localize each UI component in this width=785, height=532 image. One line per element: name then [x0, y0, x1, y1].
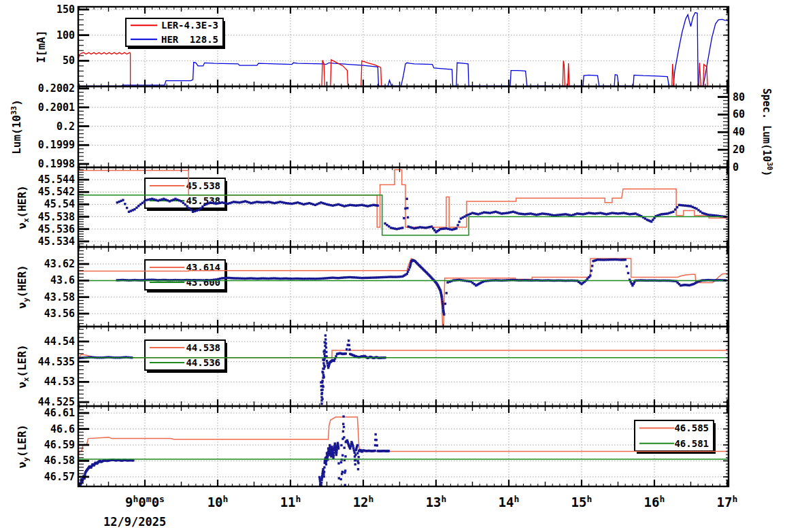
panel-border [78, 86, 729, 167]
xtick-label: 14h [499, 494, 520, 510]
xtick-label: 9h0m0s [125, 494, 165, 510]
right-ytick-label: 80 [733, 91, 745, 103]
ytick-label: 0.1999 [38, 139, 75, 151]
axis-ticks [78, 406, 729, 486]
xtick-label: 11h [280, 494, 301, 510]
ytick-label: 45.538 [38, 211, 75, 223]
ytick-label: 45.536 [38, 223, 75, 235]
xtick-label: 10h [207, 494, 229, 510]
legend-value: 43.614 [186, 262, 220, 273]
yaxis-title-luminosity: Lum(1033) [10, 99, 23, 154]
yaxis-title-nux-ler: νx(LER) [16, 344, 31, 388]
series-ler-current [78, 52, 729, 86]
panel-border [78, 406, 729, 486]
ytick-label: 45.534 [38, 235, 75, 248]
yaxis-title-beam-current: I[mA] [35, 30, 48, 63]
panel-nux-ler: 44.53844.53644.52544.5344.53544.54 [38, 327, 729, 408]
ytick-label: 43.6 [50, 274, 75, 286]
ytick-label: 100 [56, 29, 75, 41]
yaxis-title-nuy-ler: νy(LER) [16, 425, 31, 468]
xtick-label: 13h [426, 494, 447, 510]
ytick-label: 44.535 [38, 356, 75, 368]
ytick-label: 43.62 [44, 258, 75, 270]
ytick-label: 0.2 [56, 120, 75, 133]
ytick-label: 44.53 [44, 376, 75, 388]
legend-label: HER [161, 34, 179, 45]
date-label: 12/9/2025 [103, 515, 166, 529]
right-ytick-label: 0 [733, 161, 739, 173]
x-axis-labels: 9h0m0s10h11h12h13h14h15h16h17h [125, 494, 737, 510]
ytick-label: 46.58 [44, 454, 75, 467]
legend-nuy-her: 43.61443.600 [145, 260, 227, 293]
panel-nuy-ler: 46.58546.58146.5746.5846.5946.646.61 [44, 406, 729, 497]
legend-value: 45.538 [186, 180, 220, 191]
series-nux-her-measured [116, 198, 727, 233]
gridlines [78, 86, 729, 167]
legend-nux-ler: 44.53844.536 [145, 340, 227, 373]
ytick-label: 0.2002 [38, 82, 75, 95]
gridlines [78, 406, 729, 486]
ytick-label: 45.544 [38, 173, 75, 186]
legend-value: 46.581 [674, 438, 709, 449]
accelerator-tune-monitor-figure: 12/9/2025 LER-4.3E-3HER128.550100150I[mA… [0, 0, 785, 532]
legend-value: 128.5 [190, 34, 218, 45]
ytick-label: 150 [56, 3, 75, 16]
ytick-label: 43.58 [44, 291, 75, 303]
xtick-label: 16h [644, 494, 665, 510]
xtick-label: 12h [353, 494, 374, 510]
ytick-label: 46.59 [44, 439, 75, 451]
legend-value: 44.538 [186, 342, 220, 353]
series-nuy-ler-measured [77, 416, 390, 498]
legend-value: 46.585 [674, 422, 709, 433]
right-axis-title: Spec. Lum(1030) [761, 88, 773, 176]
ytick-label: 45.542 [38, 186, 75, 198]
axis-ticks [78, 86, 729, 167]
legend-label: LER [161, 20, 179, 31]
legend-value: 44.536 [186, 357, 220, 368]
xtick-label: 17h [717, 494, 738, 510]
chart-canvas: LER-4.3E-3HER128.550100150I[mA]0.19980.1… [0, 0, 785, 532]
panel-luminosity: 0.19980.19990.20.20010.2002020406080 [38, 82, 745, 173]
legend-nuy-ler: 46.58546.581 [635, 420, 716, 454]
xtick-label: 15h [571, 494, 592, 510]
ytick-label: 0.1998 [38, 158, 75, 170]
ytick-label: 45.54 [44, 198, 75, 210]
series-nux-ler-measured [78, 334, 386, 405]
right-ytick-label: 20 [733, 144, 745, 156]
series-nuy-ler-setpoint [78, 417, 729, 457]
ytick-label: 46.61 [44, 407, 75, 419]
yaxis-title-nux-her: νx(HER) [16, 185, 31, 229]
ytick-label: 46.57 [44, 471, 75, 483]
ytick-label: 43.56 [44, 307, 75, 320]
series-group [77, 416, 729, 498]
panel-nux-her: 45.53845.53845.53445.53645.53845.5445.54… [38, 167, 729, 248]
panel-beam-current: LER-4.3E-3HER128.550100150 [56, 3, 729, 86]
legend-beam-current: LER-4.3E-3HER128.5 [126, 18, 225, 49]
right-ytick-label: 40 [733, 126, 745, 138]
ytick-label: 50 [63, 54, 75, 67]
panel-nuy-her: 43.61443.60043.5643.5843.643.62 [44, 247, 729, 327]
yaxis-title-nuy-her: νy(HER) [16, 265, 31, 308]
ytick-label: 44.54 [44, 335, 75, 348]
legend-value: -4.3E-3 [178, 20, 218, 31]
right-ytick-label: 60 [733, 108, 745, 120]
ytick-label: 46.6 [50, 423, 75, 435]
ytick-label: 0.2001 [38, 101, 75, 114]
